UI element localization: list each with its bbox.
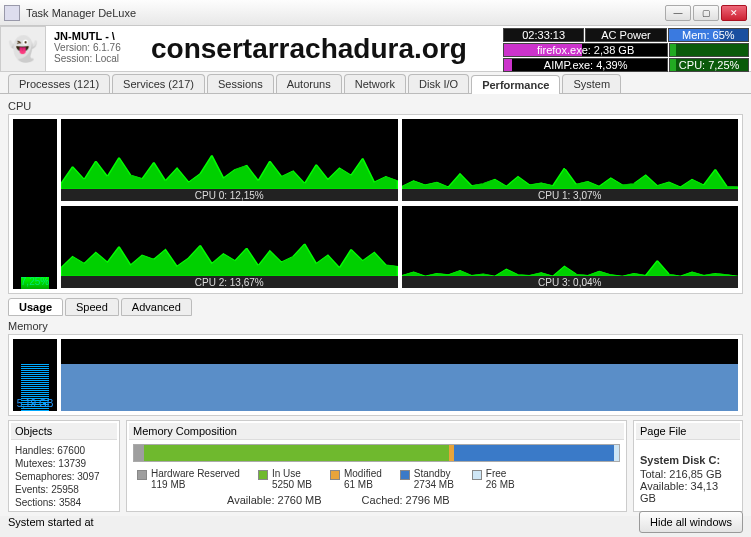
cpu-core-0-graph: CPU 0: 12,15%: [61, 119, 398, 201]
subtab-advanced[interactable]: Advanced: [121, 298, 192, 316]
hostname: JN-MUTL - \: [54, 30, 128, 42]
session-label: Session: Local: [54, 53, 128, 64]
aimp-cell: AIMP.exe: 4,39%: [503, 58, 668, 72]
titlebar[interactable]: Task Manager DeLuxe — ▢ ✕: [0, 0, 751, 26]
maximize-button[interactable]: ▢: [693, 5, 719, 21]
close-button[interactable]: ✕: [721, 5, 747, 21]
composition-bar: [133, 444, 620, 462]
cpu-graphs-grid: CPU 0: 12,15%CPU 1: 3,07%CPU 2: 13,67%CP…: [61, 119, 738, 289]
system-info: JN-MUTL - \ Version: 6.1.76 Session: Loc…: [46, 26, 136, 71]
ghost-icon: 👻: [0, 26, 46, 72]
minimize-button[interactable]: —: [665, 5, 691, 21]
subtab-speed[interactable]: Speed: [65, 298, 119, 316]
tab-sessions[interactable]: Sessions: [207, 74, 274, 93]
uptime-cell: 02:33:13: [503, 28, 584, 42]
pagefile-panel: Page File System Disk C: Total: 216,85 G…: [633, 420, 743, 512]
memory-composition-panel: Memory Composition Hardware Reserved119 …: [126, 420, 627, 512]
cpu-core-2-caption: CPU 2: 13,67%: [61, 276, 398, 288]
cpu-core-3-graph: CPU 3: 0,04%: [402, 206, 739, 288]
available-label: Available: 2760 MB: [227, 494, 322, 506]
cpu-total-meter: 7,25%: [13, 119, 57, 289]
app-icon: [4, 5, 20, 21]
tab-services-[interactable]: Services (217): [112, 74, 205, 93]
cpu-core-0-caption: CPU 0: 12,15%: [61, 189, 398, 201]
cpu-cell-1: [669, 43, 749, 57]
object-semaphores: Semaphores: 3097: [11, 470, 117, 483]
legend-hardware-reserved: Hardware Reserved119 MB: [137, 468, 240, 490]
firefox-cell: firefox.exe: 2,38 GB: [503, 43, 668, 57]
disk-total: Total: 216,85 GB: [640, 468, 736, 480]
main-tabs: Processes (121)Services (217)SessionsAut…: [0, 72, 751, 94]
cpu-core-1-graph: CPU 1: 3,07%: [402, 119, 739, 201]
objects-header: Objects: [11, 423, 117, 440]
power-cell: AC Power: [585, 28, 666, 42]
compbar-free: [614, 445, 619, 461]
cpu-core-2-graph: CPU 2: 13,67%: [61, 206, 398, 288]
footer-status: System started at: [8, 516, 94, 528]
composition-legend: Hardware Reserved119 MBIn Use5250 MBModi…: [129, 466, 624, 492]
legend-free: Free26 MB: [472, 468, 515, 490]
window-title: Task Manager DeLuxe: [26, 7, 665, 19]
watermark-text: consertarrachadura.org: [136, 26, 501, 71]
memory-meter: 5,19 GB: [13, 339, 57, 411]
header-row: 👻 JN-MUTL - \ Version: 6.1.76 Session: L…: [0, 26, 751, 72]
os-version: Version: 6.1.76: [54, 42, 128, 53]
cpu-subtabs: UsageSpeedAdvanced: [8, 298, 743, 316]
mem-cell: Mem: 65%: [668, 28, 749, 42]
cpu-panel: 7,25% CPU 0: 12,15%CPU 1: 3,07%CPU 2: 13…: [8, 114, 743, 294]
cpu-label: CPU: [8, 100, 743, 112]
tab-system[interactable]: System: [562, 74, 621, 93]
object-mutexes: Mutexes: 13739: [11, 457, 117, 470]
cpu-cell-2: CPU: 7,25%: [669, 58, 749, 72]
subtab-usage[interactable]: Usage: [8, 298, 63, 316]
objects-panel: Objects Handles: 67600Mutexes: 13739Sema…: [8, 420, 120, 512]
compbar-in-use: [144, 445, 450, 461]
tab-performance[interactable]: Performance: [471, 75, 560, 94]
legend-standby: Standby2734 MB: [400, 468, 454, 490]
composition-header: Memory Composition: [129, 423, 624, 440]
legend-in-use: In Use5250 MB: [258, 468, 312, 490]
memory-label: Memory: [8, 320, 743, 332]
pagefile-header: Page File: [636, 423, 740, 440]
hide-windows-button[interactable]: Hide all windows: [639, 511, 743, 533]
memory-panel: 5,19 GB: [8, 334, 743, 416]
disk-available: Available: 34,13 GB: [640, 480, 736, 504]
legend-modified: Modified61 MB: [330, 468, 382, 490]
compbar-standby: [454, 445, 614, 461]
status-grid: 02:33:13 AC Power Mem: 65% firefox.exe: …: [501, 26, 751, 71]
cached-label: Cached: 2796 MB: [362, 494, 450, 506]
tab-autoruns[interactable]: Autoruns: [276, 74, 342, 93]
compbar-hardware-reserved: [134, 445, 144, 461]
object-events: Events: 25958: [11, 483, 117, 496]
disk-label: System Disk C:: [640, 454, 736, 466]
cpu-total-value: 7,25%: [21, 276, 49, 287]
object-handles: Handles: 67600: [11, 444, 117, 457]
cpu-core-1-caption: CPU 1: 3,07%: [402, 189, 739, 201]
tab-disk-i-o[interactable]: Disk I/O: [408, 74, 469, 93]
cpu-core-3-caption: CPU 3: 0,04%: [402, 276, 739, 288]
tab-network[interactable]: Network: [344, 74, 406, 93]
object-sections: Sections: 3584: [11, 496, 117, 509]
tab-processes-[interactable]: Processes (121): [8, 74, 110, 93]
memory-graph: [61, 339, 738, 411]
memory-value: 5,19 GB: [17, 398, 54, 409]
